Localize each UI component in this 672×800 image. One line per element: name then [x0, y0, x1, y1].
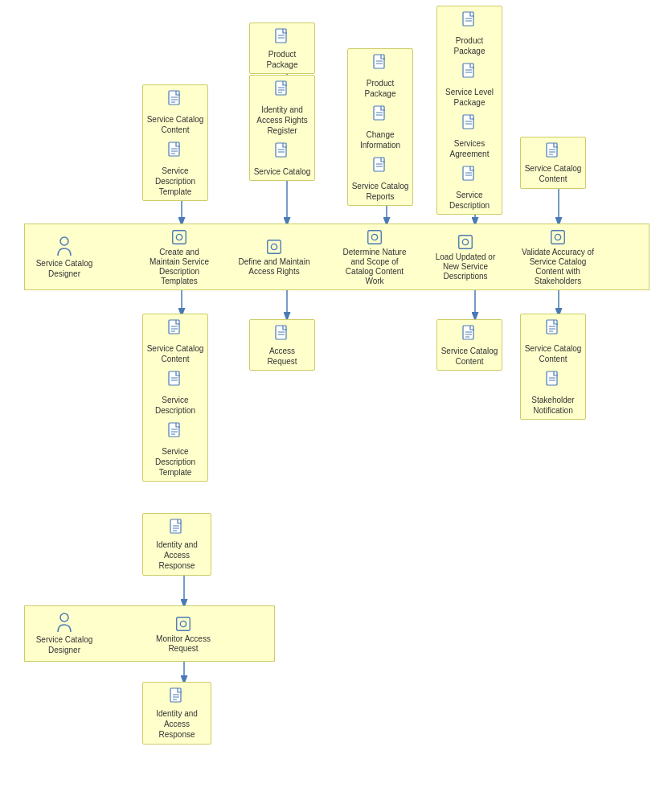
- doc-icon-b2: [167, 371, 183, 392]
- label-service-catalog-content-1: Service Catalog Content: [146, 114, 204, 135]
- doc-icon-5: [274, 142, 290, 163]
- svg-point-55: [60, 237, 68, 245]
- label-identity-access-response-1: Identity and Access Response: [146, 539, 207, 571]
- activity-label-5: Validate Accuracy of Service Catalog Con…: [522, 248, 594, 286]
- svg-point-57: [176, 234, 182, 240]
- artifact-service-catalog-content-2: Service Catalog Content: [520, 137, 586, 189]
- doc-icon-2: [167, 142, 183, 162]
- svg-rect-64: [551, 231, 565, 244]
- label-out-scc-2: Service Catalog Content: [440, 346, 498, 367]
- activity-label-6: Monitor Access Request: [143, 634, 223, 654]
- artifact-access-request: Access Request: [249, 319, 315, 371]
- label-identity-access-rights: Identity and Access Rights Register: [253, 105, 311, 136]
- svg-point-97: [180, 621, 186, 626]
- doc-icon-b3: [167, 422, 183, 443]
- activity-define-maintain[interactable]: Define and Maintain Access Rights: [238, 228, 310, 286]
- doc-icon-11: [461, 114, 477, 135]
- actor-service-catalog-designer-2: Service Catalog Designer: [28, 612, 100, 655]
- activity-monitor-access[interactable]: Monitor Access Request: [143, 610, 223, 658]
- diagram-container: Service Catalog Content Service Descript…: [0, 0, 672, 800]
- doc-icon-b1: [167, 319, 183, 340]
- activity-label-3: Determine Nature and Scope of Catalog Co…: [338, 248, 411, 286]
- label-access-request: Access Request: [253, 346, 311, 367]
- svg-rect-56: [173, 231, 186, 244]
- label-service-catalog-1: Service Catalog: [254, 166, 311, 177]
- doc-icon-b5: [461, 325, 477, 346]
- activity-label-4: Load Updated or New Service Descriptions: [429, 252, 502, 281]
- actor-label-1: Service Catalog Designer: [28, 258, 100, 279]
- doc-icon-c1: [169, 519, 185, 539]
- label-services-agreement: Services Agreement: [440, 138, 498, 159]
- activity-label-2: Define and Maintain Access Rights: [238, 257, 310, 277]
- doc-icon-13: [545, 142, 561, 163]
- artifact-output-scc-sdt: Service Catalog Content Service Descript…: [142, 314, 208, 482]
- doc-icon-12: [461, 166, 477, 187]
- doc-icon-10: [461, 63, 477, 84]
- doc-icon-c2: [169, 687, 185, 708]
- label-service-desc-template-1: Service Description Template: [146, 166, 204, 197]
- label-out-scc: Service Catalog Content: [146, 343, 204, 364]
- svg-point-61: [371, 234, 377, 240]
- artifact-product-package-1: Product Package: [249, 23, 315, 74]
- svg-point-95: [60, 613, 68, 622]
- doc-icon-b6: [545, 319, 561, 340]
- label-out-sdt: Service Description Template: [146, 446, 204, 478]
- label-out-scc-3: Service Catalog Content: [524, 343, 582, 364]
- svg-point-63: [462, 239, 468, 244]
- artifact-output-scc-2: Service Catalog Content: [436, 319, 502, 371]
- activity-determine-nature[interactable]: Determine Nature and Scope of Catalog Co…: [338, 228, 411, 286]
- artifact-identity-access-response-1: Identity and Access Response: [142, 513, 211, 576]
- doc-icon-4: [274, 80, 290, 101]
- swimlane-row-1: Service Catalog Designer Create and Main…: [24, 224, 649, 290]
- actor-label-2: Service Catalog Designer: [28, 634, 100, 655]
- doc-icon-b4: [274, 325, 290, 346]
- artifact-output-scc-sn: Service Catalog Content Stakeholder Noti…: [520, 314, 586, 420]
- svg-point-65: [555, 234, 560, 240]
- artifact-service-catalog-content-1: Service Catalog Content Service Descript…: [142, 84, 208, 201]
- label-service-catalog-content-2: Service Catalog Content: [524, 163, 582, 184]
- artifact-product-package-change: Product Package Change Information Servi…: [347, 48, 413, 206]
- label-product-package-1: Product Package: [253, 49, 311, 70]
- activity-load-updated[interactable]: Load Updated or New Service Descriptions: [429, 228, 502, 286]
- label-identity-access-response-2: Identity and Access Response: [146, 708, 207, 740]
- label-out-sd: Service Description: [146, 395, 204, 416]
- label-service-description-1: Service Description: [440, 190, 498, 211]
- label-change-information: Change Information: [351, 129, 409, 150]
- svg-rect-96: [177, 617, 191, 631]
- artifact-product-service-level: Product Package Service Level Package Se…: [436, 6, 502, 215]
- doc-icon-1: [167, 90, 183, 111]
- label-service-catalog-reports: Service Catalog Reports: [351, 181, 409, 202]
- doc-icon-8: [372, 157, 388, 178]
- svg-point-59: [271, 244, 277, 249]
- activity-label-1: Create and Maintain Service Description …: [143, 248, 215, 286]
- label-service-level-package: Service Level Package: [440, 87, 498, 108]
- swimlane-row-2: Service Catalog Designer Monitor Access …: [24, 605, 275, 662]
- activity-create-maintain[interactable]: Create and Maintain Service Description …: [143, 228, 215, 286]
- doc-icon-6: [372, 54, 388, 75]
- artifact-identity-access-response-2: Identity and Access Response: [142, 682, 211, 745]
- doc-icon-b7: [545, 371, 561, 392]
- actor-service-catalog-designer-1: Service Catalog Designer: [28, 236, 100, 279]
- label-stakeholder-notification: Stakeholder Notification: [524, 395, 582, 416]
- svg-rect-60: [368, 231, 382, 244]
- doc-icon-7: [372, 105, 388, 126]
- label-product-package-2: Product Package: [351, 78, 409, 99]
- doc-icon-9: [461, 11, 477, 32]
- svg-rect-58: [268, 240, 281, 254]
- label-product-package-3: Product Package: [440, 35, 498, 56]
- activity-validate-accuracy[interactable]: Validate Accuracy of Service Catalog Con…: [522, 228, 594, 286]
- artifact-identity-access-rights: Identity and Access Rights Register Serv…: [249, 75, 315, 181]
- doc-icon-3: [274, 28, 290, 49]
- svg-rect-62: [459, 236, 473, 249]
